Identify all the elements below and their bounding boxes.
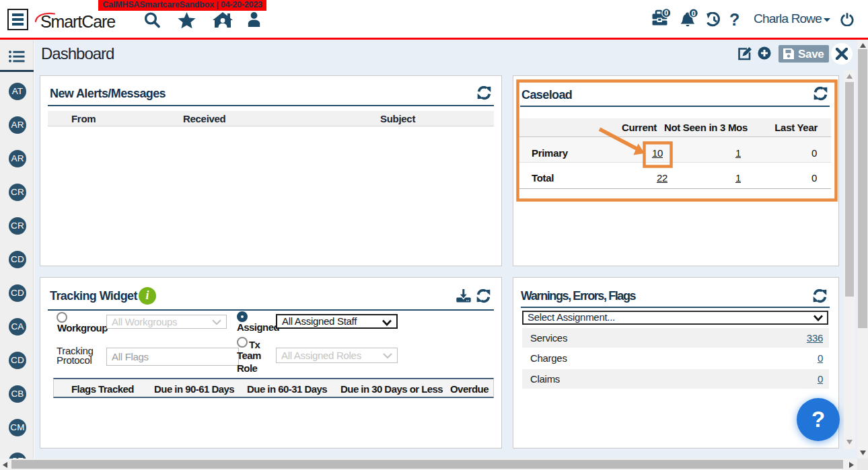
svg-text:0: 0 [664,9,668,17]
svg-text:0: 0 [692,9,696,17]
